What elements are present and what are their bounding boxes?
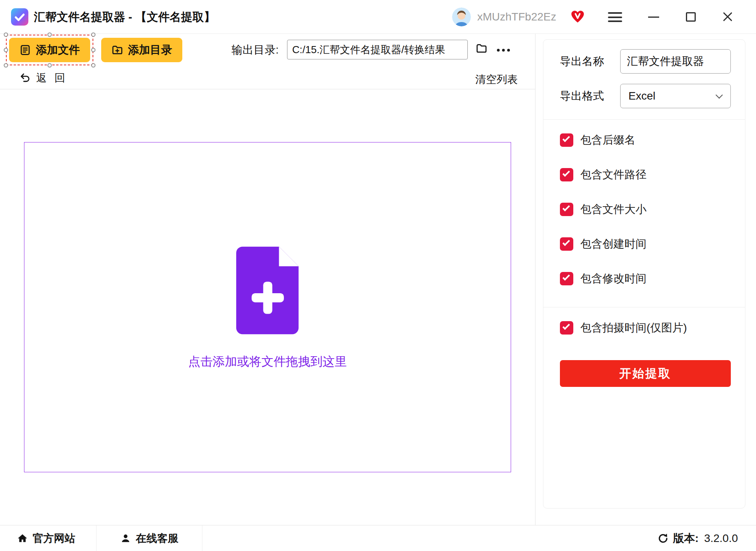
back-arrow-icon [20,72,31,83]
version-value: 3.2.0.0 [704,532,738,545]
add-directory-label: 添加目录 [128,43,172,57]
checkbox-include-photo-time[interactable] [560,321,573,335]
export-name-label: 导出名称 [560,54,620,69]
home-icon [17,533,28,544]
maximize-icon[interactable] [686,12,696,22]
username-label: xMUzhTFb22Ez [477,0,556,34]
add-file-label: 添加文件 [36,43,80,57]
close-icon[interactable] [722,12,733,22]
checkbox-include-created-time[interactable] [560,237,573,251]
browse-folder-icon[interactable] [475,43,488,54]
output-dir-label: 输出目录: [232,38,279,62]
option-include-created-time: 包含创建时间 [560,227,731,261]
add-file-big-icon [233,245,303,335]
export-format-label: 导出格式 [560,89,620,104]
option-include-extension: 包含后缀名 [560,123,731,157]
support-person-icon [120,533,131,544]
version-info: 版本: 3.2.0.0 [657,525,756,551]
export-format-row: 导出格式 Excel [560,84,731,108]
panel-divider [543,119,745,120]
start-extract-button[interactable]: 开始提取 [560,360,731,387]
selection-handle[interactable] [4,63,8,68]
selection-handle[interactable] [91,63,96,68]
minimize-icon[interactable] [648,12,659,22]
option-label: 包含后缀名 [580,133,636,148]
official-site-label: 官方网站 [33,531,75,545]
option-include-path: 包含文件路径 [560,157,731,192]
back-button[interactable]: 返 回 [20,71,68,85]
checkbox-include-size[interactable] [560,203,573,216]
online-support-link[interactable]: 在线客服 [96,525,202,551]
app-logo-icon [11,8,28,26]
add-file-selection: 添加文件 [6,35,93,65]
checkbox-include-extension[interactable] [560,133,573,147]
option-include-size: 包含文件大小 [560,192,731,227]
add-directory-icon [111,44,123,56]
vip-badge-icon[interactable] [570,9,585,24]
window-title: 汇帮文件名提取器 - 【文件名提取】 [34,0,215,34]
output-dir-input[interactable] [287,40,468,59]
selection-handle[interactable] [4,48,8,52]
option-label: 包含拍摄时间(仅图片) [580,320,687,335]
selection-handle[interactable] [48,63,52,68]
main-area: 点击添加或将文件拖拽到这里 [0,89,535,525]
checkbox-include-path[interactable] [560,168,573,181]
add-file-button[interactable]: 添加文件 [9,38,90,62]
titlebar: 汇帮文件名提取器 - 【文件名提取】 xMUzhTFb22Ez [0,0,756,34]
more-options-icon[interactable] [497,46,514,54]
dropzone-hint: 点击添加或将文件拖拽到这里 [188,353,347,370]
add-file-icon [19,44,31,56]
footer: 官方网站 在线客服 版本: 3.2.0.0 [0,525,756,551]
option-include-modified-time: 包含修改时间 [560,261,731,296]
export-sidebar: 导出名称 导出格式 Excel 包含后缀名 包含文件路径 包含文件大小 包含创建… [535,34,756,525]
option-label: 包含文件大小 [580,202,647,217]
back-label: 返 回 [36,71,68,85]
refresh-icon[interactable] [657,533,669,544]
option-label: 包含创建时间 [580,237,647,251]
chevron-down-icon [715,91,723,98]
export-name-row: 导出名称 [560,49,731,74]
selection-handle[interactable] [91,48,96,52]
option-include-photo-time: 包含拍摄时间(仅图片) [560,311,731,345]
option-label: 包含文件路径 [580,167,647,182]
menu-icon[interactable] [608,12,622,22]
add-directory-button[interactable]: 添加目录 [101,38,182,62]
checkbox-include-modified-time[interactable] [560,272,573,285]
selection-handle[interactable] [4,33,8,37]
export-name-input[interactable] [620,49,731,74]
clear-list-button[interactable]: 清空列表 [475,72,518,87]
option-label: 包含修改时间 [580,271,647,286]
user-avatar[interactable] [452,7,471,26]
official-site-link[interactable]: 官方网站 [0,525,96,551]
file-dropzone[interactable]: 点击添加或将文件拖拽到这里 [24,142,511,472]
selection-handle[interactable] [48,33,52,37]
selection-handle[interactable] [91,33,96,37]
version-label: 版本: [673,531,699,546]
export-format-value: Excel [628,90,655,102]
toolbar: 添加文件 添加目录 输出目录: [0,34,535,89]
export-panel: 导出名称 导出格式 Excel 包含后缀名 包含文件路径 包含文件大小 包含创建… [543,39,745,508]
online-support-label: 在线客服 [136,531,178,545]
export-format-select[interactable]: Excel [620,84,731,108]
panel-divider [543,307,745,307]
